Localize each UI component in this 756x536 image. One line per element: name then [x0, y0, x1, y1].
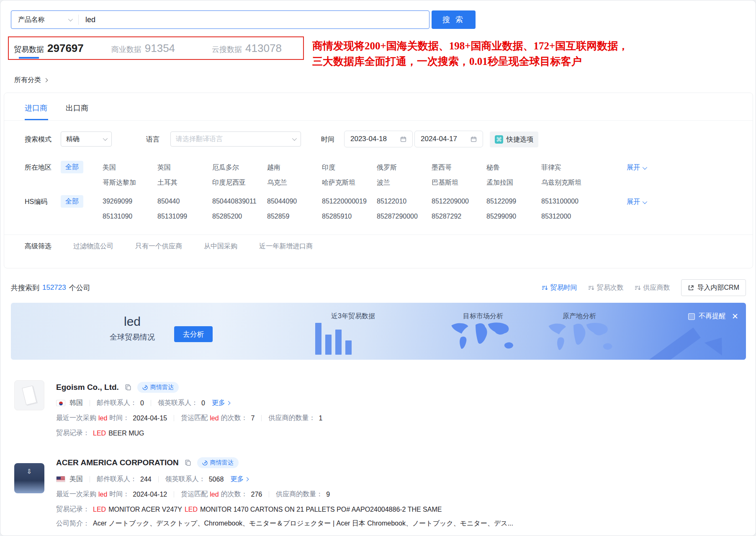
- cloud-data-count: 413078: [245, 42, 282, 55]
- chevron-down-icon: [68, 17, 73, 21]
- radar-badge-label: 商情雷达: [210, 459, 234, 466]
- search-mode-select[interactable]: 精确: [61, 131, 112, 147]
- email-contacts-label: 邮件联系人：: [97, 399, 137, 407]
- hs-code-option[interactable]: 8513100000: [541, 198, 596, 213]
- cloud-data-label: 云搜数据: [212, 44, 242, 54]
- hs-code-option[interactable]: 8512209000: [432, 198, 486, 213]
- more-link[interactable]: 更多: [212, 399, 230, 407]
- end-date-picker[interactable]: 2024-04-17: [414, 131, 483, 147]
- region-expand-link[interactable]: 展开: [627, 163, 646, 172]
- region-option[interactable]: 土耳其: [157, 178, 212, 193]
- dismiss-checkbox[interactable]: [688, 313, 695, 320]
- hs-code-option[interactable]: 850440: [157, 198, 212, 213]
- region-option[interactable]: 波兰: [377, 178, 432, 193]
- supplier-count: 1: [319, 415, 322, 422]
- expand-label: 展开: [627, 198, 640, 206]
- region-option[interactable]: 哈萨克斯坦: [322, 178, 377, 193]
- region-option[interactable]: 哥斯达黎加: [103, 178, 157, 193]
- single-supplier-link[interactable]: 只有一个供应商: [135, 242, 182, 251]
- tab-cloud-data[interactable]: 云搜数据 413078: [212, 42, 282, 55]
- region-option[interactable]: 秘鲁: [486, 163, 541, 178]
- company-country: 美国: [69, 475, 83, 484]
- region-option[interactable]: 美国: [103, 163, 157, 178]
- close-icon[interactable]: ✕: [732, 312, 738, 320]
- radar-badge[interactable]: 商情雷达: [197, 457, 239, 468]
- decorative-arrow: [615, 327, 701, 360]
- trade-record-label: 贸易记录：: [56, 505, 90, 514]
- hs-code-option[interactable]: 85299090: [486, 213, 541, 228]
- start-date-picker[interactable]: 2023-04-18: [344, 131, 413, 147]
- sort-supplier-count[interactable]: 供应商数: [635, 283, 670, 292]
- hs-code-option[interactable]: 85285200: [212, 213, 267, 228]
- sort-trade-time[interactable]: 贸易时间: [542, 283, 577, 292]
- copy-icon[interactable]: [125, 384, 131, 391]
- hs-code-option[interactable]: 85044090: [267, 198, 322, 213]
- hs-code-option[interactable]: 85287290000: [377, 213, 432, 228]
- hs-code-option[interactable]: 85312000: [541, 213, 596, 228]
- search-category-select[interactable]: 产品名称: [11, 15, 78, 24]
- buy-from-china-link[interactable]: 从中国采购: [204, 242, 237, 251]
- hs-code-label: HS编码: [25, 198, 47, 206]
- hs-code-option[interactable]: 85285910: [322, 213, 377, 228]
- import-crm-button[interactable]: 导入内部CRM: [681, 279, 746, 296]
- region-option[interactable]: 菲律宾: [541, 163, 596, 178]
- company-thumbnail: ⇩: [14, 463, 44, 493]
- end-date-value: 2024-04-17: [421, 135, 457, 143]
- region-label: 所在地区: [25, 163, 51, 172]
- hs-code-option[interactable]: 852859: [267, 213, 322, 228]
- decorative-arrow-head: [705, 331, 730, 356]
- company-name[interactable]: ACER AMERICA CORPORATION: [56, 458, 179, 467]
- region-option[interactable]: 乌克兰: [267, 178, 322, 193]
- tab-importer[interactable]: 进口商: [25, 103, 47, 113]
- tab-trade-data[interactable]: 贸易数据 297697: [14, 42, 84, 55]
- tab-business-data[interactable]: 商业数据 91354: [111, 42, 175, 55]
- search-button[interactable]: 搜 索: [432, 10, 476, 29]
- region-option[interactable]: 俄罗斯: [377, 163, 432, 178]
- company-name[interactable]: Egoism Co., Ltd.: [56, 383, 119, 392]
- region-option[interactable]: 越南: [267, 163, 322, 178]
- hs-code-option[interactable]: 85122099: [486, 198, 541, 213]
- hs-code-option[interactable]: 850440839011: [212, 198, 267, 213]
- analyze-button[interactable]: 去分析: [174, 326, 213, 342]
- region-option[interactable]: 乌兹别克斯坦: [541, 178, 596, 193]
- language-select[interactable]: 请选择翻译语言: [170, 131, 301, 147]
- sort-trade-count[interactable]: 贸易次数: [588, 283, 624, 292]
- advanced-filter-link[interactable]: 高级筛选: [25, 242, 51, 251]
- hs-code-option[interactable]: 85122010: [377, 198, 432, 213]
- search-controls-row: 搜索模式 精确 语言 请选择翻译语言 时间 2023-04-18 2024-04…: [4, 131, 753, 148]
- hs-code-option[interactable]: 85131090: [103, 213, 157, 228]
- hs-code-option[interactable]: 851220000019: [322, 198, 377, 213]
- breadcrumb[interactable]: 所有分类: [14, 76, 47, 85]
- last-purchase-label-suffix: 时间：: [109, 490, 129, 499]
- hs-expand-link[interactable]: 展开: [627, 198, 646, 206]
- company-card: ⇩ ACER AMERICA CORPORATION 商情雷达 美国 邮件联系人…: [11, 454, 746, 533]
- new-importer-link[interactable]: 近一年新增进口商: [259, 242, 313, 251]
- search-input[interactable]: [79, 15, 429, 24]
- chevron-down-icon: [103, 136, 108, 141]
- divider: [4, 234, 753, 235]
- region-option[interactable]: 厄瓜多尔: [212, 163, 267, 178]
- linkedin-contacts-count: 5068: [209, 476, 224, 483]
- quick-options-button[interactable]: ⌘ 快捷选项: [490, 131, 538, 147]
- tab-exporter[interactable]: 出口商: [66, 103, 88, 113]
- filter-logistics-link[interactable]: 过滤物流公司: [73, 242, 113, 251]
- radar-badge[interactable]: 商情雷达: [137, 382, 179, 393]
- hs-code-option[interactable]: 39269099: [103, 198, 157, 213]
- sort-label: 贸易时间: [550, 283, 577, 292]
- language-placeholder: 请选择翻译语言: [176, 135, 223, 144]
- region-option[interactable]: 墨西哥: [432, 163, 486, 178]
- region-option[interactable]: 英国: [157, 163, 212, 178]
- region-option[interactable]: 孟加拉国: [486, 178, 541, 193]
- hs-code-option[interactable]: 85131099: [157, 213, 212, 228]
- region-option[interactable]: 印度: [322, 163, 377, 178]
- hs-code-option[interactable]: 85287292: [432, 213, 486, 228]
- hs-all-pill[interactable]: 全部: [61, 195, 83, 208]
- region-option[interactable]: 巴基斯坦: [432, 178, 486, 193]
- region-all-pill[interactable]: 全部: [61, 161, 83, 173]
- divider: [4, 120, 753, 121]
- chevron-right-icon: [44, 78, 48, 82]
- more-label: 更多: [212, 399, 225, 407]
- more-link[interactable]: 更多: [230, 475, 248, 484]
- copy-icon[interactable]: [185, 459, 191, 466]
- region-option[interactable]: 印度尼西亚: [212, 178, 267, 193]
